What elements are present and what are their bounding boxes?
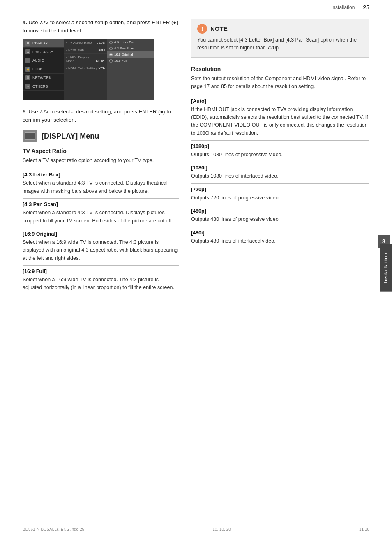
header-section: Installation	[331, 5, 355, 10]
menu-item-lock: 🔒 LOCK	[23, 65, 64, 74]
step-5-header: 5. Use ∧/V to select a desired setting, …	[23, 108, 179, 124]
menu-label-others: OTHERS	[32, 84, 48, 88]
aspect-desc-169full: Select when a 16:9 wide TV is connected.…	[23, 276, 179, 292]
language-icon: A	[25, 49, 30, 54]
right-item-1: 4:3 Letter Box	[107, 39, 154, 45]
menu-right-panel: 4:3 Letter Box 4:3 Pan Scan 16:9 Origina…	[107, 39, 154, 100]
aspect-item-panscan: [4:3 Pan Scan] Select when a standard 4:…	[23, 198, 179, 228]
radio-3	[109, 53, 113, 56]
page-border-bottom	[16, 523, 376, 523]
footer-date: 10. 10. 20	[212, 527, 231, 532]
header-page-number: 25	[363, 4, 369, 11]
aspect-desc-169original: Select when a 16:9 wide TV is connected.…	[23, 239, 179, 262]
res-title-1080i: [1080i]	[191, 165, 369, 171]
res-title-720p: [720p]	[191, 187, 369, 192]
side-tab-label: Installation	[380, 244, 392, 291]
menu-left-panel: ▦ DISPLAY A LANGUAGE ♪ AUDIO 🔒 LOCK	[23, 39, 64, 100]
menu-middle-panel: • TV Aspect Ratio : 16S • Resolution : 4…	[64, 39, 107, 100]
resolution-desc: Sets the output resolution of the Compon…	[191, 75, 369, 91]
res-desc-auto: If the HDMI OUT jack is connected to TVs…	[191, 106, 369, 138]
menu-label-language: LANGUAGE	[32, 50, 53, 54]
footer-file-info: BD561-N-BUSALLK-ENG.indd 25	[23, 527, 84, 532]
mid-value-2: : 480i	[97, 48, 105, 52]
resolution-heading: Resolution	[191, 66, 369, 72]
mid-item-2: • Resolution : 480i	[64, 46, 107, 54]
right-label-2: 4:3 Pan Scan	[114, 46, 134, 50]
aspect-item-letterbox: [4:3 Letter Box] Select when a standard …	[23, 169, 179, 198]
right-label-3: 16:9 Original	[114, 53, 133, 56]
page-header: Installation 25	[331, 4, 369, 11]
step-5: 5. Use ∧/V to select a desired setting, …	[23, 108, 179, 124]
right-label-1: 4:3 Letter Box	[114, 40, 135, 44]
display-icon: ▦	[25, 41, 30, 46]
right-item-3: 16:9 Original	[107, 51, 154, 58]
step-4: 4. Use ∧/V to select a second setup opti…	[23, 19, 179, 100]
res-desc-480i: Outputs 480 lines of interlaced video.	[191, 237, 369, 245]
note-icon: !	[197, 24, 207, 34]
radio-1	[109, 41, 113, 44]
res-item-720p: [720p] Outputs 720 lines of progressive …	[191, 183, 369, 205]
page-border-top	[16, 12, 376, 12]
aspect-item-169original: [16:9 Original] Select when a 16:9 wide …	[23, 228, 179, 265]
aspect-title-letterbox: [4:3 Letter Box]	[23, 172, 179, 178]
footer-time: 11:18	[359, 527, 369, 532]
audio-icon: ♪	[25, 58, 30, 63]
res-item-480i: [480i] Outputs 480 lines of interlaced v…	[191, 227, 369, 248]
display-menu-title: [DISPLAY] Menu	[42, 132, 99, 141]
mid-value-4: : YCb	[97, 67, 105, 70]
res-desc-480p: Outputs 480 lines of progressive video.	[191, 215, 369, 223]
mid-item-1: • TV Aspect Ratio : 16S	[64, 39, 107, 46]
aspect-title-169full: [16:9 Full]	[23, 269, 179, 274]
res-title-480i: [480i]	[191, 230, 369, 236]
mid-label-2: • Resolution	[66, 48, 84, 52]
network-icon: ⊟	[25, 75, 30, 80]
lock-icon: 🔒	[25, 67, 30, 72]
res-item-1080i: [1080i] Outputs 1080 lines of interlaced…	[191, 162, 369, 183]
menu-label-network: NETWORK	[32, 76, 51, 80]
aspect-title-panscan: [4:3 Pan Scan]	[23, 201, 179, 207]
left-column: 4. Use ∧/V to select a second setup opti…	[23, 19, 179, 516]
note-title: NOTE	[210, 24, 228, 34]
mid-value-3: : 60Hz	[96, 56, 105, 63]
note-text: You cannot select [4:3 Letter Box] and […	[197, 36, 363, 52]
menu-item-audio: ♪ AUDIO	[23, 56, 64, 65]
res-item-auto: [Auto] If the HDMI OUT jack is connected…	[191, 95, 369, 141]
step-4-header: 4. Use ∧/V to select a second setup opti…	[23, 19, 179, 35]
right-item-2: 4:3 Pan Scan	[107, 45, 154, 51]
res-desc-720p: Outputs 720 lines of progressive video.	[191, 194, 369, 202]
step-4-text: Use ∧/V to select a second setup option,…	[23, 19, 178, 34]
main-content: 4. Use ∧/V to select a second setup opti…	[23, 19, 369, 516]
tv-aspect-ratio-desc: Select a TV aspect ratio option accordin…	[23, 157, 179, 164]
res-desc-1080i: Outputs 1080 lines of interlaced video.	[191, 172, 369, 180]
tv-aspect-ratio-heading: TV Aspect Ratio	[23, 148, 179, 154]
menu-label-audio: AUDIO	[32, 58, 44, 63]
res-item-480p: [480p] Outputs 480 lines of progressive …	[191, 205, 369, 226]
mid-value-1: : 16S	[97, 41, 105, 44]
res-title-auto: [Auto]	[191, 98, 369, 104]
mid-item-3: • 1080p Display Mode : 60Hz	[64, 54, 107, 65]
right-column: ! NOTE You cannot select [4:3 Letter Box…	[191, 19, 369, 516]
res-title-480p: [480p]	[191, 208, 369, 214]
menu-label-display: DISPLAY	[32, 41, 48, 45]
step-4-number: 4.	[23, 19, 27, 25]
mid-item-4: • HDMI Color Setting : YCb	[64, 65, 107, 72]
others-icon: ≡	[25, 84, 30, 89]
radio-4	[109, 59, 113, 63]
display-menu-heading: [DISPLAY] Menu	[23, 130, 179, 142]
aspect-item-169full: [16:9 Full] Select when a 16:9 wide TV i…	[23, 265, 179, 295]
aspect-desc-panscan: Select when a standard 4:3 TV is connect…	[23, 209, 179, 225]
res-title-1080p: [1080p]	[191, 144, 369, 149]
right-label-4: 16:9 Full	[114, 59, 127, 63]
aspect-desc-letterbox: Select when a standard 4:3 TV is connect…	[23, 179, 179, 195]
mid-label-3: • 1080p Display Mode	[66, 56, 96, 63]
note-box: ! NOTE You cannot select [4:3 Letter Box…	[191, 19, 369, 58]
radio-2	[109, 47, 113, 50]
step-5-text: Use ∧/V to select a desired setting, and…	[23, 109, 171, 123]
step-5-number: 5.	[23, 109, 27, 115]
note-header: ! NOTE	[197, 24, 363, 34]
mid-label-4: • HDMI Color Setting	[66, 67, 97, 70]
mid-label-1: • TV Aspect Ratio	[66, 41, 92, 44]
res-desc-1080p: Outputs 1080 lines of progressive video.	[191, 151, 369, 159]
menu-item-others: ≡ OTHERS	[23, 82, 64, 91]
right-item-4: 16:9 Full	[107, 58, 154, 64]
